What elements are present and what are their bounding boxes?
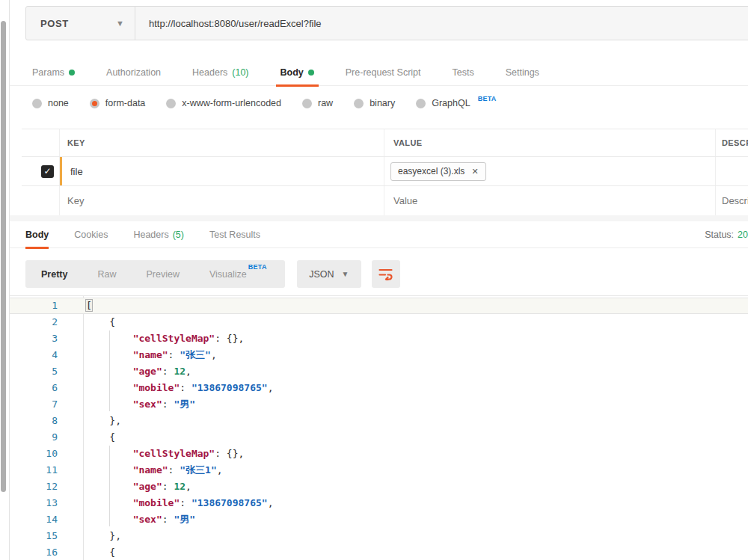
code-lines: 1[2 {3 "cellStyleMap": {},4 "name": "张三"… <box>10 296 748 560</box>
code-line: 12 "age": 12, <box>10 479 748 495</box>
headers-count: (10) <box>232 67 248 78</box>
tab-pre-request-script[interactable]: Pre-request Script <box>346 60 421 85</box>
new-value-input[interactable] <box>384 195 715 206</box>
line-number: 14 <box>10 511 83 528</box>
code-line: 11 "name": "张三1", <box>10 462 748 479</box>
column-header-description: DESCRIPTION <box>715 129 748 156</box>
tab-body[interactable]: Body <box>280 60 314 85</box>
language-dropdown[interactable]: JSON ▼ <box>297 260 361 288</box>
view-visualize[interactable]: VisualizeBETA <box>209 268 267 280</box>
radio-icon <box>32 99 42 108</box>
body-mode-selector: none form-data x-www-form-urlencoded raw… <box>10 87 497 120</box>
tab-tests[interactable]: Tests <box>453 60 474 85</box>
chevron-down-icon: ▼ <box>342 270 349 278</box>
response-headers-count: (5) <box>173 230 184 240</box>
code-line: 6 "mobile": "13867098765", <box>10 380 748 396</box>
mode-binary[interactable]: binary <box>354 98 395 108</box>
line-number: 3 <box>10 330 83 347</box>
body-green-dot-icon <box>308 70 314 76</box>
request-url-bar: POST ▼ <box>25 6 748 40</box>
code-line: 8 }, <box>10 413 748 429</box>
mode-form-data[interactable]: form-data <box>90 98 146 108</box>
row-checkbox[interactable]: ✓ <box>41 165 54 178</box>
mode-x-www-form-urlencoded[interactable]: x-www-form-urlencoded <box>166 98 281 108</box>
method-selector[interactable]: POST ▼ <box>26 7 135 40</box>
line-number: 12 <box>10 479 83 495</box>
line-number: 16 <box>10 544 83 560</box>
left-panel-edge <box>0 0 10 560</box>
radio-icon <box>354 99 364 108</box>
code-line: 2 { <box>10 314 748 330</box>
code-line: 4 "name": "张三", <box>10 347 748 363</box>
wrap-text-icon <box>378 268 393 280</box>
response-view-toolbar: Pretty Raw Preview VisualizeBETA JSON ▼ <box>25 260 400 288</box>
line-number: 2 <box>10 314 83 330</box>
line-number: 6 <box>10 380 83 396</box>
unsaved-row-indicator <box>59 157 62 185</box>
line-number: 9 <box>10 429 83 446</box>
section-divider <box>10 215 748 221</box>
key-cell[interactable]: file <box>59 157 384 185</box>
response-tab-body[interactable]: Body <box>25 221 49 247</box>
view-preview[interactable]: Preview <box>146 269 179 280</box>
response-tab-test-results[interactable]: Test Results <box>209 221 260 247</box>
response-body-viewer[interactable]: 1[2 {3 "cellStyleMap": {},4 "name": "张三"… <box>10 295 748 560</box>
chevron-down-icon: ▼ <box>116 19 124 28</box>
code-line: 15 }, <box>10 528 748 544</box>
line-number: 4 <box>10 347 83 363</box>
code-line: 1[ <box>10 298 748 314</box>
column-header-value: VALUE <box>384 129 715 156</box>
tab-settings[interactable]: Settings <box>506 60 539 85</box>
code-line: 13 "mobile": "13867098765", <box>10 495 748 511</box>
line-number: 10 <box>10 446 83 462</box>
value-cell[interactable]: easyexcel (3).xls ✕ <box>384 157 715 185</box>
params-green-dot-icon <box>69 70 75 76</box>
left-scrollbar-thumb[interactable] <box>1 21 6 492</box>
line-number: 11 <box>10 462 83 479</box>
status-badge: Status: 20 <box>705 221 748 247</box>
request-tabs: Params Authorization Headers (10) Body P… <box>10 60 748 86</box>
tab-authorization[interactable]: Authorization <box>106 60 161 85</box>
code-line: 16 { <box>10 544 748 560</box>
radio-icon <box>166 99 176 108</box>
response-tab-headers[interactable]: Headers (5) <box>133 221 184 247</box>
mode-graphql[interactable]: GraphQL BETA <box>416 98 496 108</box>
response-tabs: Body Cookies Headers (5) Test Results St… <box>10 221 748 248</box>
file-chip: easyexcel (3).xls ✕ <box>390 162 486 181</box>
radio-icon <box>416 99 426 108</box>
view-pretty[interactable]: Pretty <box>41 269 67 280</box>
graphql-beta-badge: BETA <box>478 95 497 102</box>
url-field-wrap <box>135 7 748 40</box>
mode-raw[interactable]: raw <box>302 98 333 108</box>
new-key-input[interactable] <box>60 195 384 206</box>
new-description-input[interactable] <box>716 195 748 206</box>
code-line: 10 "cellStyleMap": {}, <box>10 446 748 462</box>
status-code: 20 <box>738 230 748 240</box>
remove-file-icon[interactable]: ✕ <box>471 167 478 176</box>
url-input[interactable] <box>135 18 748 29</box>
wrap-text-button[interactable] <box>372 260 400 288</box>
line-number: 1 <box>10 298 83 314</box>
view-raw[interactable]: Raw <box>97 269 116 280</box>
line-number: 15 <box>10 528 83 544</box>
mode-none[interactable]: none <box>32 98 69 108</box>
tab-params[interactable]: Params <box>32 60 75 85</box>
line-number: 13 <box>10 495 83 511</box>
line-number: 8 <box>10 413 83 429</box>
view-mode-group: Pretty Raw Preview VisualizeBETA <box>25 260 285 288</box>
form-data-table: KEY VALUE DESCRIPTION ✓ file easyexcel (… <box>22 129 748 216</box>
code-line: 7 "sex": "男" <box>10 396 748 413</box>
tab-headers[interactable]: Headers (10) <box>192 60 248 85</box>
visualize-beta-badge: BETA <box>248 263 267 271</box>
column-header-key: KEY <box>59 129 384 156</box>
code-line: 3 "cellStyleMap": {}, <box>10 330 748 347</box>
table-row: ✓ file easyexcel (3).xls ✕ <box>22 157 748 186</box>
method-label: POST <box>40 18 69 29</box>
check-icon: ✓ <box>43 166 51 176</box>
file-chip-label: easyexcel (3).xls <box>398 166 465 176</box>
response-tab-cookies[interactable]: Cookies <box>74 221 108 247</box>
description-cell[interactable] <box>715 157 748 185</box>
code-line: 9 { <box>10 429 748 446</box>
line-number: 7 <box>10 396 83 413</box>
radio-icon <box>302 99 312 108</box>
